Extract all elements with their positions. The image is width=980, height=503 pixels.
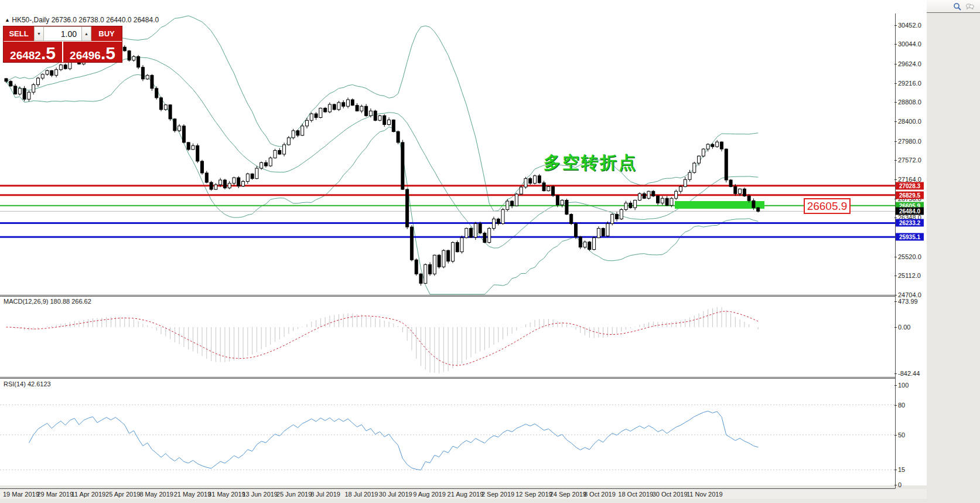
rsi-label: RSI(14) 42.6123 <box>4 380 51 388</box>
mt4-window: 新订单 自动交易 <box>0 0 980 503</box>
caret-down-icon: ▼ <box>37 32 41 36</box>
date-label: 30 Oct 2019 <box>653 491 688 498</box>
price-tick: 27980.0 <box>898 138 921 145</box>
level-price-label: 26829.5 <box>896 191 924 199</box>
date-label: 18 Jul 2019 <box>345 491 378 498</box>
date-label: 12 Sep 2019 <box>515 491 552 498</box>
buy-price-int: 26496 <box>70 50 101 61</box>
price-tick: 29216.0 <box>898 80 921 87</box>
chart-title: ▲ HK50-,Daily 26736.0 26738.0 26440.0 26… <box>5 16 159 24</box>
ohlc-values: 26736.0 26738.0 26440.0 26484.0 <box>52 16 159 24</box>
rsi-tick: 50 <box>898 431 905 439</box>
price-tick: 30452.0 <box>898 22 921 29</box>
date-label: 24 Sep 2019 <box>550 491 586 498</box>
price-tick: 28400.0 <box>898 118 921 125</box>
rsi-tick: 0 <box>898 481 902 488</box>
sell-price-frac: .5 <box>41 46 56 61</box>
macd-tick: 473.99 <box>898 298 918 305</box>
date-label: 29 Mar 2019 <box>37 491 73 498</box>
volume-input[interactable]: 1.00 <box>44 26 81 41</box>
level-price-label: 25935.1 <box>896 233 924 241</box>
symbol-arrow-icon: ▲ <box>5 17 10 23</box>
price-tick: 28808.0 <box>898 98 921 106</box>
date-label: 9 Aug 2019 <box>413 491 446 498</box>
volume-increase-button[interactable]: ▲ <box>81 26 91 41</box>
date-label: 30 Jul 2019 <box>379 491 412 498</box>
sell-price-button[interactable]: 26482 .5 <box>4 42 62 62</box>
date-label: 21 May 2019 <box>174 491 211 498</box>
chart-annotation-text: 多空转折点 <box>544 151 637 175</box>
sell-price-int: 26482 <box>10 50 41 61</box>
date-label: 8 May 2019 <box>139 491 173 498</box>
date-label: 25 Jun 2019 <box>276 491 312 498</box>
date-label: 11 Apr 2019 <box>71 491 106 498</box>
rsi-tick: 80 <box>898 402 905 409</box>
main-chart-canvas[interactable] <box>0 0 927 503</box>
date-label: 8 Oct 2019 <box>584 491 616 498</box>
date-label: 18 Oct 2019 <box>618 491 653 498</box>
price-tick: 25520.0 <box>898 253 921 260</box>
date-label: 31 May 2019 <box>208 491 245 498</box>
date-label: 25 Apr 2019 <box>105 491 140 498</box>
date-label: 11 Nov 2019 <box>687 491 723 498</box>
rsi-tick: 15 <box>898 466 905 473</box>
macd-tick: 0.00 <box>898 324 910 331</box>
buy-button[interactable]: BUY <box>91 26 122 41</box>
caret-up-icon: ▲ <box>84 32 88 36</box>
rsi-tick: 100 <box>898 382 909 389</box>
chat-icon[interactable] <box>965 2 975 11</box>
price-tick: 30044.0 <box>898 40 921 47</box>
price-tick: 25112.0 <box>898 272 921 279</box>
level-price-label: 26233.2 <box>896 219 924 227</box>
date-label: 13 Jun 2019 <box>242 491 278 498</box>
price-tick: 27572.0 <box>898 157 921 164</box>
volume-decrease-button[interactable]: ▼ <box>34 26 44 41</box>
date-label: 8 Jul 2019 <box>310 491 340 498</box>
buy-price-frac: .5 <box>101 46 115 61</box>
date-label: 2 Sep 2019 <box>482 491 514 498</box>
date-label: 19 Mar 2019 <box>3 491 39 498</box>
price-tick: 29624.0 <box>898 60 921 67</box>
macd-label: MACD(12,26,9) 180.88 266.62 <box>4 298 91 305</box>
buy-price-button[interactable]: 26496 .5 <box>63 42 122 62</box>
search-icon[interactable] <box>952 2 962 11</box>
price-tag-26605: 26605.9 <box>804 198 851 214</box>
date-label: 21 Aug 2019 <box>448 491 484 498</box>
sell-button[interactable]: SELL <box>4 26 34 41</box>
one-click-trade-panel: SELL ▼ 1.00 ▲ BUY 26482 .5 26496 .5 <box>3 26 122 63</box>
level-price-label: 27028.3 <box>896 182 924 189</box>
symbol-period-label: HK50-,Daily <box>12 16 49 24</box>
current-price-label: 26484.0 <box>896 208 924 215</box>
macd-tick: -842.44 <box>898 370 920 377</box>
